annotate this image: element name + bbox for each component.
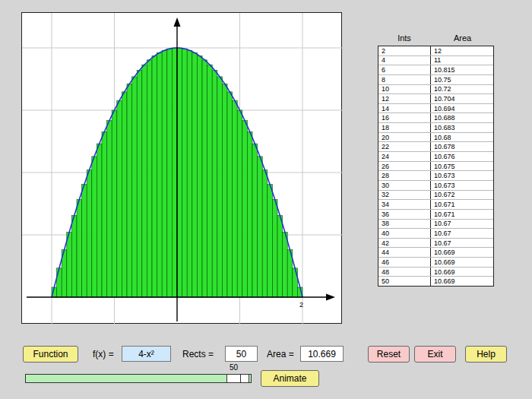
table-cell-area: 10.678 [431,142,493,151]
table-cell-area: 10.669 [431,268,493,277]
table-cell-ints: 50 [378,277,431,286]
table-cell-ints: 32 [378,191,431,200]
table-row: 3210.672 [378,190,493,200]
table-cell-area: 10.815 [431,65,493,74]
table-row: 4410.669 [378,247,493,257]
table-cell-ints: 6 [378,65,431,74]
table-cell-ints: 46 [378,258,431,267]
table-row: 3010.673 [378,180,493,190]
rects-label: Rects = [182,349,214,359]
slider-thumb-divider [240,375,241,382]
table-cell-ints: 14 [378,104,431,113]
area-output[interactable] [300,346,344,362]
table-row: 5010.669 [378,276,493,286]
riemann-graph-panel: 2 [21,12,342,324]
table-row: 2410.676 [378,151,493,161]
table-cell-ints: 24 [378,152,431,161]
table-cell-ints: 44 [378,248,431,257]
table-row: 4810.669 [378,267,493,277]
table-cell-area: 10.67 [431,239,493,248]
table-cell-area: 10.688 [431,113,493,122]
table-cell-area: 10.704 [431,94,493,103]
table-row: 411 [378,55,493,65]
table-cell-area: 10.671 [431,200,493,209]
table-cell-ints: 20 [378,133,431,142]
table-cell-ints: 34 [378,200,431,209]
table-cell-area: 10.683 [431,123,493,132]
table-cell-area: 10.67 [431,229,493,238]
table-cell-area: 10.669 [431,277,493,286]
table-row: 610.815 [378,65,493,74]
results-table-header: Ints Area [378,33,494,43]
table-cell-ints: 30 [378,181,431,190]
table-cell-area: 10.669 [431,248,493,257]
results-table: 212411610.815810.751010.721210.7041410.6… [378,46,494,287]
table-cell-area: 10.675 [431,162,493,171]
riemann-chart: 2 [22,13,343,325]
table-row: 3610.671 [378,209,493,219]
table-cell-area: 12 [431,46,493,55]
table-cell-ints: 22 [378,142,431,151]
table-header-area: Area [431,33,494,43]
fx-input[interactable] [122,346,171,362]
table-row: 4610.669 [378,257,493,267]
table-cell-area: 10.672 [431,191,493,200]
table-row: 1610.688 [378,112,493,122]
table-row: 2210.678 [378,141,493,151]
slider-thumb[interactable] [226,375,249,382]
exit-button[interactable]: Exit [414,346,456,363]
table-cell-area: 10.694 [431,104,493,113]
table-row: 212 [378,46,493,55]
table-row: 1410.694 [378,103,493,113]
table-cell-area: 10.673 [431,171,493,180]
rects-input[interactable] [225,346,258,362]
table-cell-ints: 2 [378,46,431,55]
table-cell-area: 10.75 [431,75,493,84]
table-cell-area: 10.67 [431,220,493,229]
rects-slider[interactable] [25,374,252,383]
help-button[interactable]: Help [465,346,507,363]
table-row: 4010.67 [378,228,493,238]
table-row: 3810.67 [378,219,493,229]
table-cell-area: 11 [431,56,493,65]
table-row: 2810.673 [378,170,493,180]
table-row: 4210.67 [378,238,493,248]
table-cell-area: 10.673 [431,181,493,190]
table-row: 1210.704 [378,93,493,103]
table-row: 1010.72 [378,84,493,94]
table-cell-ints: 36 [378,210,431,219]
table-cell-ints: 4 [378,56,431,65]
table-row: 2610.675 [378,161,493,171]
table-header-ints: Ints [378,33,431,43]
table-cell-area: 10.72 [431,85,493,94]
table-row: 2010.68 [378,132,493,142]
table-cell-ints: 16 [378,113,431,122]
slider-value-label: 50 [230,363,238,372]
fx-label: f(x) = [93,349,114,359]
table-cell-ints: 26 [378,162,431,171]
x-axis-tick-label: 2 [299,301,303,309]
table-cell-ints: 8 [378,75,431,84]
table-row: 3410.671 [378,199,493,209]
table-row: 1810.683 [378,122,493,132]
table-cell-ints: 48 [378,268,431,277]
table-cell-ints: 28 [378,171,431,180]
table-cell-ints: 10 [378,85,431,94]
table-cell-area: 10.68 [431,133,493,142]
table-cell-area: 10.671 [431,210,493,219]
animate-button[interactable]: Animate [261,370,319,387]
table-cell-area: 10.676 [431,152,493,161]
table-row: 810.75 [378,74,493,84]
table-cell-ints: 40 [378,229,431,238]
table-cell-area: 10.669 [431,258,493,267]
function-button[interactable]: Function [23,346,78,363]
table-cell-ints: 38 [378,220,431,229]
table-cell-ints: 12 [378,94,431,103]
area-label: Area = [267,349,294,359]
table-cell-ints: 42 [378,239,431,248]
reset-button[interactable]: Reset [368,346,410,363]
table-cell-ints: 18 [378,123,431,132]
